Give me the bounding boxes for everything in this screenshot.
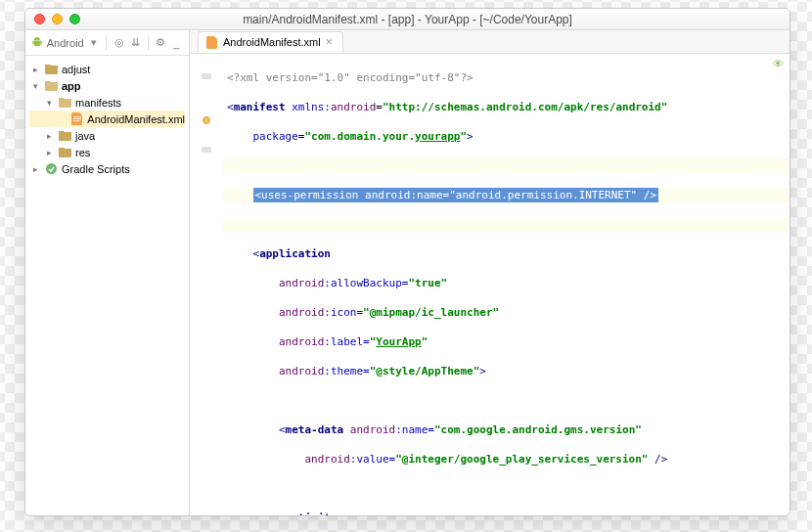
tree-node-app[interactable]: app (29, 77, 185, 94)
close-tab-icon[interactable]: × (326, 36, 333, 48)
sidebar-toolbar: Android ▾ ◎ ⇊ ⚙ ⎯ (25, 30, 189, 56)
hide-icon[interactable]: ⎯ (170, 36, 183, 50)
tree-node-res[interactable]: res (29, 144, 185, 160)
tab-manifest[interactable]: AndroidManifest.xml × (198, 31, 343, 53)
fold-icon[interactable] (202, 73, 211, 79)
editor[interactable]: 👁 <?xml version="1.0" encoding="utf-8"?> (190, 54, 789, 515)
android-icon (31, 36, 43, 49)
gutter[interactable] (190, 54, 223, 515)
inspection-eye-icon[interactable]: 👁 (773, 58, 784, 69)
tree-label: AndroidManifest.xml (87, 113, 185, 125)
gear-icon[interactable]: ⚙ (155, 36, 167, 50)
tab-label: AndroidManifest.xml (223, 36, 321, 48)
tree-node-manifests[interactable]: manifests (29, 94, 185, 111)
project-tree[interactable]: adjust app manifests AndroidManifest.xml (25, 56, 189, 182)
tree-label: manifests (75, 97, 121, 109)
tree-node-manifest-file[interactable]: AndroidManifest.xml (29, 111, 185, 127)
tree-node-gradle[interactable]: Gradle Scripts (29, 160, 185, 177)
code-area[interactable]: <?xml version="1.0" encoding="utf-8"?> <… (223, 54, 789, 515)
dropdown-icon[interactable]: ▾ (88, 36, 101, 50)
highlighted-permission-line[interactable]: <uses-permission android:name="android.p… (253, 188, 659, 202)
sidebar: Android ▾ ◎ ⇊ ⚙ ⎯ adjust app (25, 30, 190, 515)
minimize-button[interactable] (52, 14, 63, 24)
tree-label: app (62, 80, 81, 92)
target-icon[interactable]: ◎ (113, 36, 125, 50)
tree-label: Gradle Scripts (62, 163, 130, 175)
tree-label: adjust (62, 64, 90, 75)
tree-node-java[interactable]: java (29, 127, 185, 144)
tree-node-adjust[interactable]: adjust (29, 61, 185, 77)
file-icon (206, 36, 218, 49)
window-title: main/AndroidManifest.xml - [app] - YourA… (25, 13, 789, 26)
breakpoint-icon[interactable] (203, 116, 210, 124)
fold-icon[interactable] (202, 147, 211, 153)
ide-window: main/AndroidManifest.xml - [app] - YourA… (24, 8, 790, 516)
editor-tabs: AndroidManifest.xml × (190, 30, 789, 54)
maximize-button[interactable] (69, 14, 80, 24)
sidebar-mode-label[interactable]: Android (47, 37, 84, 49)
tree-label: res (75, 147, 90, 158)
collapse-icon[interactable]: ⇊ (129, 36, 142, 50)
titlebar[interactable]: main/AndroidManifest.xml - [app] - YourA… (25, 9, 789, 30)
main-area: AndroidManifest.xml × 👁 (190, 30, 789, 515)
tree-label: java (75, 130, 95, 142)
close-button[interactable] (34, 14, 45, 24)
traffic-lights (25, 14, 80, 24)
window-body: Android ▾ ◎ ⇊ ⚙ ⎯ adjust app (25, 30, 789, 515)
svg-point-0 (46, 163, 57, 174)
